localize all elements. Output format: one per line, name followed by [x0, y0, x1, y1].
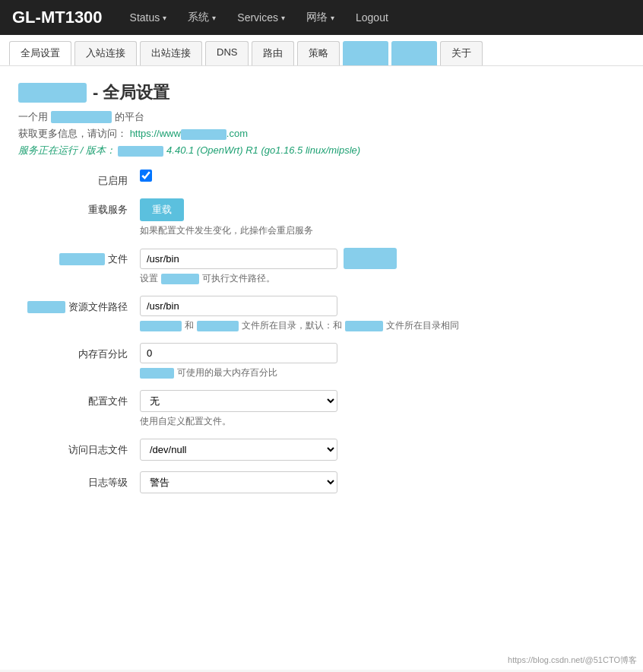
subtitle-blurred	[51, 111, 112, 123]
hint-blurred-2	[197, 321, 239, 331]
watermark: https://blog.csdn.net/@51CTO博客	[508, 655, 637, 666]
config-select[interactable]: 无	[140, 390, 337, 412]
tab-about[interactable]: 关于	[440, 41, 483, 65]
navbar: GL-MT1300 Status ▾ 系统 ▾ Services ▾ 网络 ▾ …	[0, 0, 643, 35]
nav-item-network[interactable]: 网络 ▾	[297, 2, 344, 33]
memory-hint: 可使用的最大内存百分比	[140, 366, 625, 379]
reload-control: 重载 如果配置文件发生变化，此操作会重启服务	[140, 198, 625, 237]
page-subtitle: 一个用 的平台	[18, 110, 625, 124]
config-control: 无 使用自定义配置文件。	[140, 390, 625, 428]
file-label-blurred	[59, 253, 105, 265]
memory-input[interactable]	[140, 343, 337, 363]
chevron-down-icon: ▾	[212, 14, 216, 22]
form-row-enabled: 已启用	[18, 170, 625, 188]
info-link-line: 获取更多信息，请访问： https://www.com	[18, 127, 625, 141]
tab-inbound[interactable]: 入站连接	[74, 41, 137, 65]
version-blurred	[118, 146, 163, 157]
chevron-down-icon: ▾	[331, 14, 334, 22]
nav-item-system[interactable]: 系统 ▾	[179, 2, 225, 33]
file-label: 文件	[18, 248, 140, 266]
nav-label-logout: Logout	[356, 11, 388, 24]
reload-button[interactable]: 重载	[140, 198, 184, 221]
tab-blurred-1[interactable]	[343, 41, 388, 65]
tab-outbound[interactable]: 出站连接	[140, 41, 202, 65]
memory-control: 可使用的最大内存百分比	[140, 343, 625, 379]
tab-blurred-2[interactable]	[391, 41, 437, 65]
nav-label-network: 网络	[306, 11, 328, 24]
form-row-config: 配置文件 无 使用自定义配置文件。	[18, 390, 625, 428]
reload-hint: 如果配置文件发生变化，此操作会重启服务	[140, 224, 625, 237]
form-row-memory: 内存百分比 可使用的最大内存百分比	[18, 343, 625, 379]
resource-label: 资源文件路径	[18, 296, 140, 314]
tab-routing[interactable]: 路由	[252, 41, 294, 65]
nav-item-services[interactable]: Services ▾	[228, 2, 294, 33]
log-label: 访问日志文件	[18, 439, 140, 457]
nav-label-services: Services	[237, 11, 278, 24]
config-hint: 使用自定义配置文件。	[140, 415, 625, 428]
memory-label: 内存百分比	[18, 343, 140, 361]
form-row-loglevel: 日志等级 警告 信息 调试	[18, 471, 625, 493]
status-line: 服务正在运行 / 版本： 4.40.1 (OpenWrt) R1 (go1.16…	[18, 144, 625, 157]
hint-blurred-3	[345, 321, 383, 331]
form-section: 已启用 重载服务 重载 如果配置文件发生变化，此操作会重启服务	[18, 170, 625, 493]
loglevel-label: 日志等级	[18, 471, 140, 490]
loglevel-select[interactable]: 警告 信息 调试	[140, 471, 337, 493]
chevron-down-icon: ▾	[163, 14, 166, 22]
log-control: /dev/null	[140, 439, 625, 461]
resource-hint: 和 文件所在目录，默认：和 文件所在目录相同	[140, 319, 625, 332]
enabled-checkbox[interactable]	[140, 170, 152, 182]
page-title: - 全局设置	[18, 81, 625, 104]
nav-label-status: Status	[130, 11, 160, 24]
form-row-log: 访问日志文件 /dev/null	[18, 439, 625, 461]
resource-input[interactable]	[140, 296, 337, 316]
memory-hint-blurred	[140, 368, 174, 379]
file-hint-blurred	[161, 274, 199, 284]
tab-global-settings[interactable]: 全局设置	[9, 41, 71, 65]
tabs-bar: 全局设置 入站连接 出站连接 DNS 路由 策略 关于	[0, 35, 643, 66]
file-input-blurred	[344, 248, 397, 269]
navbar-brand: GL-MT1300	[12, 8, 103, 27]
file-input[interactable]	[140, 249, 337, 269]
main-content: - 全局设置 一个用 的平台 获取更多信息，请访问： https://www.c…	[0, 66, 643, 670]
log-select[interactable]: /dev/null	[140, 439, 337, 461]
info-url[interactable]: https://www.com	[130, 128, 248, 139]
page-title-text: - 全局设置	[93, 81, 169, 104]
title-blurred-block	[18, 83, 87, 103]
nav-items: Status ▾ 系统 ▾ Services ▾ 网络 ▾ Logout	[121, 2, 398, 33]
hint-blurred-1	[140, 321, 182, 331]
tab-policy[interactable]: 策略	[297, 41, 340, 65]
config-label: 配置文件	[18, 390, 140, 408]
enabled-label: 已启用	[18, 170, 140, 188]
chevron-down-icon: ▾	[281, 14, 285, 22]
tab-dns[interactable]: DNS	[205, 41, 249, 65]
file-control: 设置 可执行文件路径。	[140, 248, 625, 285]
form-row-file: 文件 设置 可执行文件路径。	[18, 248, 625, 285]
nav-item-logout[interactable]: Logout	[347, 2, 398, 33]
nav-item-status[interactable]: Status ▾	[121, 2, 176, 33]
file-hint: 设置 可执行文件路径。	[140, 272, 625, 285]
nav-label-system: 系统	[188, 11, 209, 24]
link-blurred	[181, 129, 226, 140]
resource-label-blurred	[27, 301, 65, 313]
form-row-reload: 重载服务 重载 如果配置文件发生变化，此操作会重启服务	[18, 198, 625, 237]
form-row-resource: 资源文件路径 和 文件所在目录，默认：和 文件所在目录相同	[18, 296, 625, 332]
resource-control: 和 文件所在目录，默认：和 文件所在目录相同	[140, 296, 625, 332]
reload-label: 重载服务	[18, 198, 140, 217]
enabled-control	[140, 170, 625, 182]
loglevel-control: 警告 信息 调试	[140, 471, 625, 493]
